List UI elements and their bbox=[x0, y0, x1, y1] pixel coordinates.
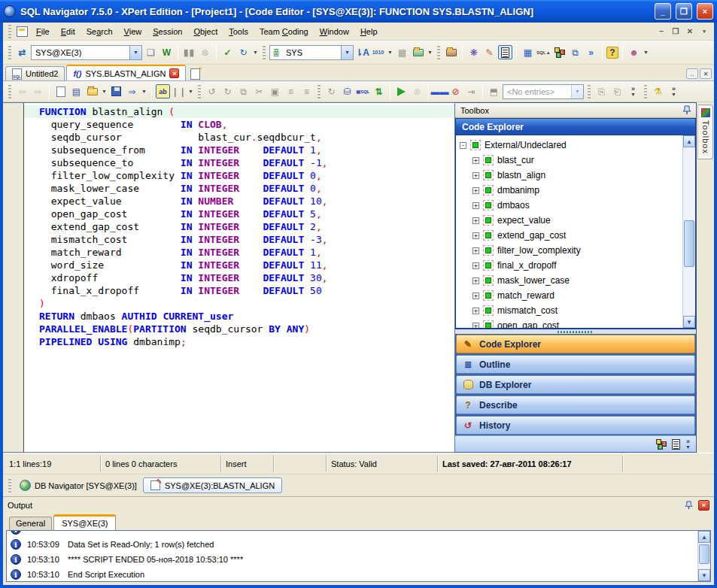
new-document-icon[interactable] bbox=[53, 84, 68, 99]
doc-copy-icon[interactable]: ⎘ bbox=[594, 84, 609, 99]
save-dropdown-icon[interactable]: ▼ bbox=[141, 84, 147, 99]
find-replace-toggle[interactable]: ab bbox=[156, 84, 170, 99]
doc-search-icon[interactable]: ⎗ bbox=[610, 84, 624, 99]
redo-icon[interactable]: ↻ bbox=[220, 84, 235, 99]
save-to-db-icon[interactable]: ⇒ bbox=[125, 84, 139, 99]
scroll-up-icon[interactable]: ▲ bbox=[698, 531, 710, 543]
tree-item[interactable]: + blastn_align bbox=[460, 168, 680, 183]
code-line[interactable]: filter_low_complexity IN INTEGER DEFAULT… bbox=[24, 169, 454, 182]
refresh-dropdown-icon[interactable]: ▼ bbox=[252, 45, 259, 59]
panel-button[interactable]: ✎ Code Explorer bbox=[456, 335, 695, 353]
menu-item[interactable]: Team Coding bbox=[254, 25, 314, 38]
code-line[interactable]: extend_gap_cost IN INTEGER DEFAULT 2, bbox=[24, 220, 454, 233]
tab-blastn-align[interactable]: f() SYS.BLASTN_ALIGN × bbox=[66, 65, 186, 80]
session-combo[interactable]: SYS@XE(3) ▼ bbox=[31, 45, 142, 60]
pin-icon[interactable] bbox=[682, 105, 692, 115]
tab-close-all-button[interactable]: ✕ bbox=[700, 68, 712, 79]
db-navigator-tab[interactable]: DB Navigator [SYS@XE(3)] bbox=[20, 480, 137, 491]
sort-icon[interactable]: ⇂A bbox=[355, 45, 369, 59]
log-row[interactable]: i 10:53:10 **** SCRIPT ENDED 05-ноя-2018… bbox=[11, 552, 695, 567]
calendar-grid-icon[interactable]: ▦ bbox=[521, 45, 535, 59]
expand-icon[interactable]: + bbox=[472, 157, 479, 164]
toolbar-grip[interactable] bbox=[588, 85, 591, 99]
log-row[interactable]: i 10:53:09 Data Set is Read-Only; 1 row(… bbox=[11, 537, 695, 552]
split-columns-icon[interactable]: ❘❘ bbox=[172, 84, 186, 99]
debug-disabled-icon[interactable]: ⊘ bbox=[448, 84, 463, 99]
mdi-child-icon[interactable] bbox=[17, 26, 28, 37]
log-row[interactable]: i 10:53:10 End Script Execution bbox=[11, 567, 695, 582]
nav-forward-icon[interactable]: ⇨ bbox=[31, 84, 45, 99]
code-line[interactable]: open_gap_cost IN INTEGER DEFAULT 5, bbox=[24, 208, 454, 220]
nav-back-icon[interactable]: ⇦ bbox=[15, 84, 29, 99]
scroll-thumb[interactable] bbox=[684, 220, 694, 267]
code-line[interactable]: mask_lower_case IN INTEGER DEFAULT 0, bbox=[24, 182, 454, 195]
stop-execute-icon[interactable]: ⊗ bbox=[410, 84, 424, 99]
expand-icon[interactable]: + bbox=[472, 217, 479, 224]
menu-item[interactable]: View bbox=[119, 25, 147, 38]
paste-icon[interactable]: ▣ bbox=[268, 84, 282, 99]
toolbar-grip[interactable] bbox=[8, 85, 11, 99]
new-tab-icon[interactable] bbox=[190, 68, 200, 80]
detail-list-toggle[interactable] bbox=[498, 45, 512, 59]
expand-icon[interactable]: + bbox=[472, 187, 479, 194]
format-lines-icon[interactable]: ≡ bbox=[284, 84, 298, 99]
numbered-blocks-icon[interactable]: 123 bbox=[552, 45, 567, 59]
code-line[interactable]: match_reward IN INTEGER DEFAULT 1, bbox=[24, 246, 454, 259]
split-dropdown-icon[interactable]: ▼ bbox=[187, 84, 194, 99]
extract-ddl-icon[interactable]: ▤ bbox=[69, 84, 84, 99]
no-entries-arrow[interactable]: ▼ bbox=[571, 85, 583, 99]
menu-grip[interactable] bbox=[8, 25, 11, 38]
cube-icon[interactable]: ⬒ bbox=[487, 84, 501, 99]
scroll-thumb[interactable] bbox=[699, 544, 709, 564]
grid-icon[interactable]: ▦ bbox=[395, 45, 409, 59]
fast-forward-icon[interactable]: » bbox=[584, 45, 598, 59]
output-log[interactable]: i i 10:53:09 Data Set is Read-Only; 1 ro… bbox=[6, 530, 711, 582]
toolbar-grip[interactable] bbox=[644, 85, 647, 99]
tab-list-button[interactable]: ‥ bbox=[686, 68, 698, 79]
schema-combo[interactable]: 품 SYS ▼ bbox=[269, 45, 354, 60]
code-line[interactable]: subsequence_from IN INTEGER DEFAULT 1, bbox=[24, 144, 454, 156]
pause-icon[interactable]: ▮▮ bbox=[182, 45, 196, 59]
code-line[interactable]: subsequence_to IN INTEGER DEFAULT -1, bbox=[24, 156, 454, 169]
copy-icon[interactable]: ⧉ bbox=[236, 84, 251, 99]
code-line[interactable]: expect_value IN NUMBER DEFAULT 10, bbox=[24, 195, 454, 208]
compare-structures-icon[interactable]: ⧉ bbox=[568, 45, 582, 59]
sqlplus-icon[interactable]: ⚗ bbox=[651, 84, 665, 99]
tree-root[interactable]: - External/Undeclared bbox=[460, 138, 680, 153]
tree-item[interactable]: + final_x_dropoff bbox=[460, 258, 680, 273]
code-line[interactable]: mismatch_cost IN INTEGER DEFAULT -3, bbox=[24, 233, 454, 246]
binary-filter-icon[interactable]: 1010 bbox=[371, 45, 385, 59]
tree-item[interactable]: + expect_value bbox=[460, 213, 680, 228]
restore-button[interactable]: ❐ bbox=[676, 3, 692, 20]
picture-icon[interactable] bbox=[444, 45, 458, 59]
menu-item[interactable]: File bbox=[31, 25, 55, 38]
open-file-icon[interactable] bbox=[85, 84, 99, 99]
code-area[interactable]: FUNCTION blastn_align ( query_sequence I… bbox=[24, 103, 454, 452]
mdi-restore-button[interactable]: ❐ bbox=[669, 26, 682, 38]
scroll-down-icon[interactable]: ▼ bbox=[683, 316, 695, 328]
pin-icon[interactable] bbox=[685, 501, 694, 510]
expand-icon[interactable]: + bbox=[472, 277, 479, 284]
code-line[interactable]: final_x_dropoff IN INTEGER DEFAULT 50 bbox=[24, 284, 454, 297]
menu-overflow-icon[interactable]: ▾ bbox=[697, 26, 711, 38]
tree-item[interactable]: + blast_cur bbox=[460, 153, 680, 168]
tree-item[interactable]: + match_reward bbox=[460, 288, 680, 303]
mdi-minimize-button[interactable]: – bbox=[655, 26, 668, 38]
tab-close-icon[interactable]: × bbox=[169, 68, 179, 78]
sql-marker-icon[interactable]: SQL▲ bbox=[536, 45, 551, 59]
undo-icon[interactable]: ↺ bbox=[205, 84, 219, 99]
toolbar-grip[interactable] bbox=[198, 85, 201, 99]
footer-overflow-icon[interactable]: »▼ bbox=[685, 439, 691, 450]
tree-item[interactable]: + open_gap_cost bbox=[460, 318, 680, 329]
save-icon[interactable] bbox=[109, 84, 123, 99]
output-tab-general[interactable]: General bbox=[9, 517, 52, 530]
tree-item[interactable]: + dmbanimp bbox=[460, 183, 680, 198]
menu-item[interactable]: Help bbox=[355, 25, 383, 38]
expand-icon[interactable]: + bbox=[472, 308, 479, 314]
code-explorer-tree[interactable]: - External/Undeclared + blast_cur + bbox=[455, 135, 696, 329]
sql-doc-icon[interactable]: ▤SQL bbox=[356, 84, 370, 99]
edit-form-icon[interactable]: ✎ bbox=[482, 45, 497, 59]
no-entries-combo[interactable]: <No entries> ▼ bbox=[503, 84, 584, 99]
refresh-session-icon[interactable]: ↻ bbox=[236, 45, 251, 59]
menu-item[interactable]: Session bbox=[147, 25, 187, 38]
